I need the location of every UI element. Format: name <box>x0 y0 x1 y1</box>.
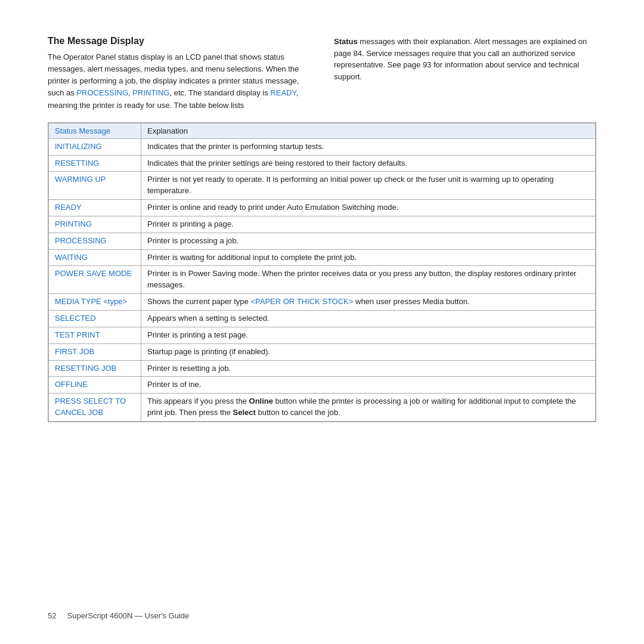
table-row: RESETTING JOBPrinter is resetting a job. <box>49 360 596 377</box>
table-row: PRINTINGPrinter is printing a page. <box>49 216 596 233</box>
explanation-cell: Printer is resetting a job. <box>141 360 596 377</box>
status-cell: RESETTING <box>49 155 141 172</box>
processing-link: PROCESSING <box>76 88 128 97</box>
table-row: MEDIA TYPE <type>Shows the current paper… <box>49 294 596 311</box>
explanation-cell: Printer is processing a job. <box>141 233 596 249</box>
status-cell: POWER SAVE MODE <box>49 266 141 294</box>
table-row: WARMING UPPrinter is not yet ready to op… <box>49 172 596 200</box>
status-cell: RESETTING JOB <box>49 360 141 377</box>
table-row: SELECTEDAppears when a setting is select… <box>49 310 596 327</box>
page-number: 52 <box>48 611 56 620</box>
status-cell: READY <box>49 200 141 216</box>
status-cell: INITIALIZING <box>49 138 141 155</box>
status-table-container: Status Message Explanation INITIALIZINGI… <box>48 122 596 422</box>
explanation-cell: Printer is online and ready to print und… <box>141 200 596 216</box>
top-section: The Message Display The Operator Panel s… <box>48 36 596 112</box>
explanation-cell: This appears if you press the Online but… <box>141 394 596 422</box>
col-header-status: Status Message <box>49 123 141 138</box>
status-cell: WARMING UP <box>49 172 141 200</box>
status-cell: WAITING <box>49 249 141 266</box>
table-row: POWER SAVE MODEPrinter is in Power Savin… <box>49 266 596 294</box>
table-row: OFFLINEPrinter is of ine. <box>49 377 596 394</box>
table-header-row: Status Message Explanation <box>49 123 596 138</box>
status-cell: OFFLINE <box>49 377 141 394</box>
table-row: TEST PRINTPrinter is printing a test pag… <box>49 327 596 343</box>
explanation-cell: Shows the current paper type <PAPER OR T… <box>141 294 596 311</box>
left-column: The Message Display The Operator Panel s… <box>48 36 310 112</box>
status-cell: FIRST JOB <box>49 343 141 360</box>
explanation-cell: Printer is in Power Saving mode. When th… <box>141 266 596 294</box>
footer: 52 SuperScript 4600N — User's Guide <box>48 599 596 620</box>
status-cell: PRINTING <box>49 216 141 233</box>
intro-right-text: Status messages with their explanation. … <box>334 36 596 82</box>
intro-left-text: The Operator Panel status display is an … <box>48 51 310 112</box>
explanation-cell: Indicates that the printer is performing… <box>141 138 596 155</box>
status-cell: TEST PRINT <box>49 327 141 343</box>
table-row: INITIALIZINGIndicates that the printer i… <box>49 138 596 155</box>
status-bold: Status <box>334 37 358 46</box>
col-header-explanation: Explanation <box>141 123 596 138</box>
explanation-cell: Indicates that the printer settings are … <box>141 155 596 172</box>
section-title: The Message Display <box>48 36 310 47</box>
status-table: Status Message Explanation INITIALIZINGI… <box>48 123 596 422</box>
page: The Message Display The Operator Panel s… <box>0 0 644 644</box>
document-title: SuperScript 4600N — User's Guide <box>67 611 190 620</box>
table-row: PRESS SELECT TO CANCEL JOBThis appears i… <box>49 394 596 422</box>
explanation-cell: Printer is waiting for additional input … <box>141 249 596 266</box>
explanation-cell: Startup page is printing (if enabled). <box>141 343 596 360</box>
ready-link: READY <box>270 88 296 97</box>
table-row: FIRST JOBStartup page is printing (if en… <box>49 343 596 360</box>
table-row: READYPrinter is online and ready to prin… <box>49 200 596 216</box>
explanation-cell: Printer is of ine. <box>141 377 596 394</box>
status-cell: PRESS SELECT TO CANCEL JOB <box>49 394 141 422</box>
table-row: WAITINGPrinter is waiting for additional… <box>49 249 596 266</box>
explanation-cell: Appears when a setting is selected. <box>141 310 596 327</box>
status-cell: SELECTED <box>49 310 141 327</box>
printing-link: PRINTING <box>132 88 169 97</box>
status-cell: MEDIA TYPE <type> <box>49 294 141 311</box>
table-row: RESETTINGIndicates that the printer sett… <box>49 155 596 172</box>
status-cell: PROCESSING <box>49 233 141 249</box>
explanation-cell: Printer is printing a page. <box>141 216 596 233</box>
explanation-cell: Printer is printing a test page. <box>141 327 596 343</box>
table-row: PROCESSINGPrinter is processing a job. <box>49 233 596 249</box>
explanation-cell: Printer is not yet ready to operate. It … <box>141 172 596 200</box>
right-column: Status messages with their explanation. … <box>334 36 596 112</box>
